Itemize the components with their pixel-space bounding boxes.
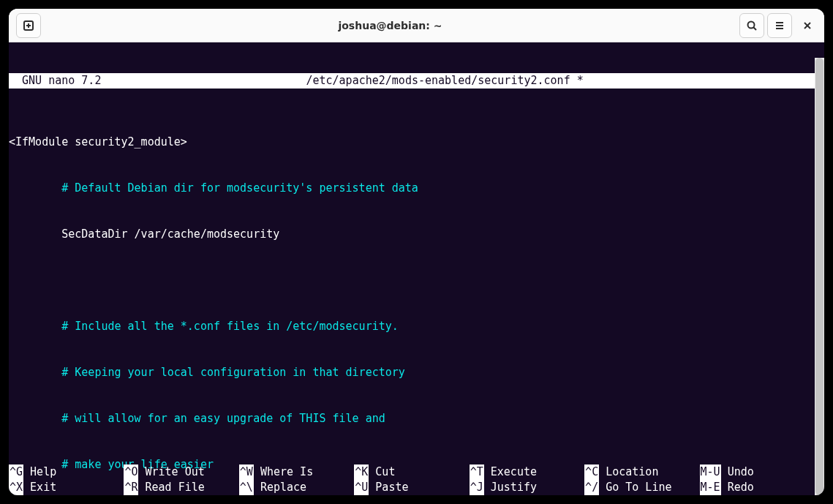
shortcut-key: ^C	[584, 464, 599, 480]
terminal-area[interactable]: GNU nano 7.2 /etc/apache2/mods-enabled/s…	[9, 42, 824, 495]
shortcut-item: ^XExit	[9, 480, 124, 495]
shortcut-item: ^\Replace	[239, 480, 354, 495]
shortcut-label: Paste	[369, 480, 408, 495]
shortcut-label: Exit	[23, 480, 56, 495]
shortcut-key: M-U	[700, 464, 721, 480]
nano-shortcuts: ^GHelp^OWrite Out^WWhere Is^KCut^TExecut…	[9, 464, 815, 495]
shortcut-label: Replace	[254, 480, 306, 495]
nano-app-name: GNU nano 7.2	[9, 73, 101, 89]
shortcut-label: Read File	[138, 480, 204, 495]
shortcut-item: ^JJustify	[470, 480, 584, 495]
shortcut-key: ^R	[124, 480, 138, 495]
new-tab-button[interactable]	[16, 13, 41, 38]
shortcut-key: ^J	[470, 480, 484, 495]
window-title: joshua@debian: ~	[42, 20, 738, 31]
shortcut-key: ^K	[354, 464, 369, 480]
shortcut-item: ^WWhere Is	[239, 464, 354, 480]
shortcut-item: M-ERedo	[700, 480, 815, 495]
shortcut-item: ^GHelp	[9, 464, 124, 480]
window-titlebar: joshua@debian: ~	[9, 9, 824, 42]
shortcut-key: ^W	[239, 464, 254, 480]
shortcut-label: Write Out	[138, 464, 204, 480]
code-line: # Keeping your local configuration in th…	[61, 366, 405, 379]
shortcut-item: ^RRead File	[124, 480, 238, 495]
shortcut-key: ^T	[470, 464, 484, 480]
shortcut-item: ^TExecute	[470, 464, 584, 480]
shortcut-label: Undo	[721, 464, 754, 480]
shortcut-item: ^/Go To Line	[584, 480, 699, 495]
shortcut-item: ^CLocation	[584, 464, 699, 480]
shortcut-key: ^\	[239, 480, 254, 495]
menu-button[interactable]	[767, 13, 792, 38]
scrollbar-thumb[interactable]	[815, 58, 823, 495]
shortcut-key: ^O	[124, 464, 138, 480]
shortcut-key: ^U	[354, 480, 369, 495]
code-line: <IfModule security2_module>	[9, 135, 187, 148]
shortcut-item: M-UUndo	[700, 464, 815, 480]
svg-line-4	[754, 27, 757, 30]
svg-point-3	[748, 21, 755, 28]
code-line: # Default Debian dir for modsecurity's p…	[61, 181, 418, 195]
shortcut-label: Location	[599, 464, 658, 480]
shortcut-label: Redo	[721, 480, 754, 495]
shortcut-key: ^/	[584, 480, 599, 495]
code-line: # will allow for an easy upgrade of THIS…	[61, 412, 385, 425]
shortcut-key: ^X	[9, 480, 23, 495]
code-line: # Include all the *.conf files in /etc/m…	[61, 320, 399, 333]
shortcut-key: ^G	[9, 464, 23, 480]
search-button[interactable]	[739, 13, 764, 38]
shortcut-item: ^OWrite Out	[124, 464, 238, 480]
shortcut-label: Go To Line	[599, 480, 671, 495]
shortcut-key: M-E	[700, 480, 721, 495]
shortcut-label: Justify	[484, 480, 537, 495]
shortcut-item: ^UPaste	[354, 480, 469, 495]
shortcut-label: Execute	[484, 464, 537, 480]
shortcut-label: Cut	[369, 464, 395, 480]
shortcut-label: Help	[23, 464, 56, 480]
code-line: SecDataDir /var/cache/modsecurity	[61, 227, 279, 241]
nano-titlebar: GNU nano 7.2 /etc/apache2/mods-enabled/s…	[9, 73, 815, 89]
shortcut-item: ^KCut	[354, 464, 469, 480]
nano-file-path: /etc/apache2/mods-enabled/security2.conf…	[101, 73, 815, 89]
terminal-window: joshua@debian: ~ GNU nano 7.2 /etc/apach…	[9, 9, 824, 495]
close-button[interactable]	[795, 13, 820, 38]
terminal-scrollbar[interactable]	[815, 58, 824, 495]
shortcut-label: Where Is	[254, 464, 313, 480]
